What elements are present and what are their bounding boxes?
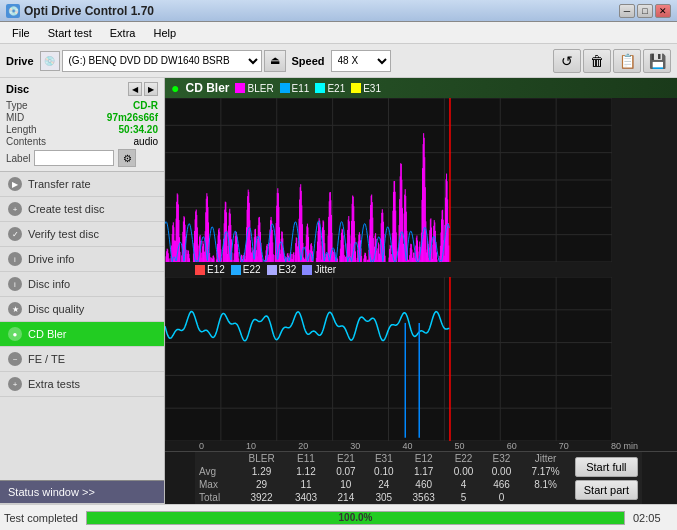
- disc-length-label: Length: [6, 124, 37, 135]
- maximize-button[interactable]: □: [637, 4, 653, 18]
- copy-button[interactable]: 📋: [613, 49, 641, 73]
- total-e21: 214: [327, 491, 365, 504]
- sidebar-label-transfer-rate: Transfer rate: [28, 178, 91, 190]
- save-button[interactable]: 💾: [643, 49, 671, 73]
- legend-e32-color: [267, 265, 277, 275]
- sidebar-item-create-test-disc[interactable]: + Create test disc: [0, 197, 164, 222]
- status-window-label: Status window >>: [8, 486, 95, 498]
- window-controls: ─ □ ✕: [619, 4, 671, 18]
- disc-next-button[interactable]: ▶: [144, 82, 158, 96]
- menu-help[interactable]: Help: [145, 25, 184, 41]
- app-icon: 💿: [6, 4, 20, 18]
- disc-label-button[interactable]: ⚙: [118, 149, 136, 167]
- stats-header-e11: E11: [285, 452, 327, 465]
- progress-bar: 100.0%: [86, 511, 625, 525]
- max-e11: 11: [285, 478, 327, 491]
- sidebar-item-verify-test-disc[interactable]: ✓ Verify test disc: [0, 222, 164, 247]
- sidebar-label-create-test-disc: Create test disc: [28, 203, 104, 215]
- start-full-button[interactable]: Start full: [575, 457, 638, 477]
- avg-label: Avg: [195, 465, 238, 478]
- bottom-chart-canvas: [165, 277, 612, 441]
- max-bler: 29: [238, 478, 285, 491]
- title-bar: 💿 Opti Drive Control 1.70 ─ □ ✕: [0, 0, 677, 22]
- total-e31: 305: [365, 491, 403, 504]
- sidebar-item-drive-info[interactable]: i Drive info: [0, 247, 164, 272]
- sidebar-label-drive-info: Drive info: [28, 253, 74, 265]
- legend-e22-label: E22: [243, 264, 261, 275]
- max-e31: 24: [365, 478, 403, 491]
- menu-file[interactable]: File: [4, 25, 38, 41]
- sidebar-label-disc-quality: Disc quality: [28, 303, 84, 315]
- disc-mid-label: MID: [6, 112, 24, 123]
- drive-select[interactable]: (G:) BENQ DVD DD DW1640 BSRB: [62, 50, 262, 72]
- refresh-button[interactable]: ↺: [553, 49, 581, 73]
- max-e12: 460: [403, 478, 445, 491]
- close-button[interactable]: ✕: [655, 4, 671, 18]
- cd-bler-icon: ●: [8, 327, 22, 341]
- sidebar-item-extra-tests[interactable]: + Extra tests: [0, 372, 164, 397]
- avg-e22: 0.00: [445, 465, 483, 478]
- legend-e31-label: E31: [363, 83, 381, 94]
- action-buttons: ↺ 🗑 📋 💾: [553, 49, 671, 73]
- create-test-disc-icon: +: [8, 202, 22, 216]
- sidebar: Disc ◀ ▶ Type CD-R MID 97m26s66f Length …: [0, 78, 165, 504]
- menu-bar: File Start test Extra Help: [0, 22, 677, 44]
- speed-select[interactable]: 48 X: [331, 50, 391, 72]
- legend-e11-color: [280, 83, 290, 93]
- disc-prev-button[interactable]: ◀: [128, 82, 142, 96]
- status-window-button[interactable]: Status window >>: [0, 480, 164, 504]
- minimize-button[interactable]: ─: [619, 4, 635, 18]
- total-e32: 0: [483, 491, 521, 504]
- start-part-button[interactable]: Start part: [575, 480, 638, 500]
- menu-extra[interactable]: Extra: [102, 25, 144, 41]
- stats-table: BLER E11 E21 E31 E12 E22 E32 Jitter: [195, 452, 571, 504]
- transfer-rate-icon: ▶: [8, 177, 22, 191]
- stats-row-max: Max 29 11 10 24 460 4 466 8.1%: [195, 478, 571, 491]
- disc-type-label: Type: [6, 100, 28, 111]
- erase-button[interactable]: 🗑: [583, 49, 611, 73]
- total-jitter: [520, 491, 570, 504]
- sidebar-item-disc-info[interactable]: i Disc info: [0, 272, 164, 297]
- menu-start-test[interactable]: Start test: [40, 25, 100, 41]
- bottom-chart-container: 500 400 300 200 100 0 10% 8% 6% 4% 2%: [165, 277, 677, 441]
- charts-area: 30 25 20 15 10 5 0 48 X 40 X 32 X 24 X 1…: [165, 98, 677, 504]
- legend-bler-color: [235, 83, 245, 93]
- sidebar-item-fe-te[interactable]: ~ FE / TE: [0, 347, 164, 372]
- disc-length-value: 50:34.20: [119, 124, 158, 135]
- sidebar-item-cd-bler[interactable]: ● CD Bler: [0, 322, 164, 347]
- disc-title: Disc: [6, 83, 29, 95]
- max-e21: 10: [327, 478, 365, 491]
- drive-icon: 💿: [40, 51, 60, 71]
- disc-contents-value: audio: [134, 136, 158, 147]
- disc-mid-value: 97m26s66f: [107, 112, 158, 123]
- legend-jitter-label: Jitter: [314, 264, 336, 275]
- time-text: 02:05: [633, 512, 673, 524]
- extra-tests-icon: +: [8, 377, 22, 391]
- stats-header-bler: BLER: [238, 452, 285, 465]
- legend-e12-color: [195, 265, 205, 275]
- sidebar-item-disc-quality[interactable]: ★ Disc quality: [0, 297, 164, 322]
- disc-section: Disc ◀ ▶ Type CD-R MID 97m26s66f Length …: [0, 78, 164, 172]
- disc-label-input[interactable]: [34, 150, 114, 166]
- start-buttons-area: Start full Start part: [571, 452, 642, 504]
- avg-e31: 0.10: [365, 465, 403, 478]
- fe-te-icon: ~: [8, 352, 22, 366]
- disc-contents-label: Contents: [6, 136, 46, 147]
- legend-e22: E22: [231, 264, 261, 275]
- legend-bler: BLER: [235, 83, 273, 94]
- avg-e12: 1.17: [403, 465, 445, 478]
- drive-info-icon: i: [8, 252, 22, 266]
- bottom-chart-legend: E12 E22 E32 Jitter: [165, 262, 677, 277]
- stats-header-e32: E32: [483, 452, 521, 465]
- sidebar-label-fe-te: FE / TE: [28, 353, 65, 365]
- max-e22: 4: [445, 478, 483, 491]
- eject-button[interactable]: ⏏: [264, 50, 286, 72]
- stats-row-avg: Avg 1.29 1.12 0.07 0.10 1.17 0.00 0.00 7…: [195, 465, 571, 478]
- stats-header-e21: E21: [327, 452, 365, 465]
- total-e12: 3563: [403, 491, 445, 504]
- sidebar-item-transfer-rate[interactable]: ▶ Transfer rate: [0, 172, 164, 197]
- legend-e12: E12: [195, 264, 225, 275]
- legend-jitter-color: [302, 265, 312, 275]
- stats-header-e12: E12: [403, 452, 445, 465]
- total-bler: 3922: [238, 491, 285, 504]
